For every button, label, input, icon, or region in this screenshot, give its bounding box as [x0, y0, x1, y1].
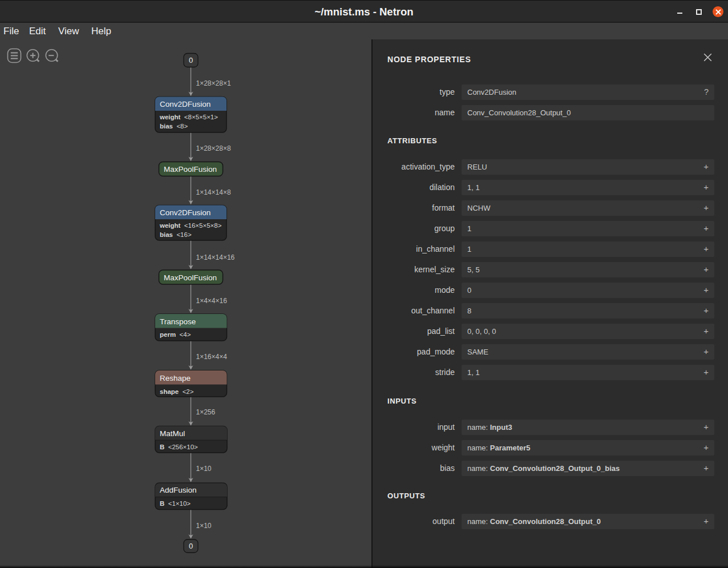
svg-text:MaxPoolFusion: MaxPoolFusion	[164, 273, 217, 282]
svg-text:1×256: 1×256	[196, 408, 216, 416]
svg-text:MatMul: MatMul	[160, 429, 185, 438]
svg-text:Conv2DFusion: Conv2DFusion	[160, 208, 211, 217]
svg-text:1×4×4×16: 1×4×4×16	[196, 297, 228, 305]
svg-text:weight <8×5×5×1>: weight <8×5×5×1>	[159, 114, 218, 120]
svg-text:B <256×10>: B <256×10>	[160, 444, 198, 450]
svg-text:1×16×4×4: 1×16×4×4	[196, 353, 228, 361]
svg-text:AddFusion: AddFusion	[160, 486, 197, 494]
svg-text:Transpose: Transpose	[160, 317, 196, 326]
svg-text:1×10: 1×10	[196, 522, 212, 530]
svg-text:perm <4>: perm <4>	[160, 331, 191, 338]
svg-text:0: 0	[189, 542, 193, 550]
svg-text:0: 0	[189, 56, 193, 65]
svg-text:Reshape: Reshape	[160, 374, 191, 382]
svg-text:B <1×10>: B <1×10>	[160, 500, 191, 507]
svg-text:1×10: 1×10	[196, 465, 212, 473]
svg-text:weight <16×5×5×8>: weight <16×5×5×8>	[159, 222, 222, 229]
svg-text:bias <16>: bias <16>	[160, 231, 192, 238]
svg-text:1×14×14×8: 1×14×14×8	[196, 188, 231, 196]
svg-text:1×28×28×1: 1×28×28×1	[196, 79, 231, 87]
svg-text:1×28×28×8: 1×28×28×8	[196, 144, 231, 152]
svg-text:bias <8>: bias <8>	[160, 123, 188, 130]
svg-text:MaxPoolFusion: MaxPoolFusion	[164, 165, 217, 174]
svg-text:1×14×14×16: 1×14×14×16	[196, 253, 235, 261]
svg-text:Conv2DFusion: Conv2DFusion	[160, 100, 211, 108]
svg-text:shape <2>: shape <2>	[160, 388, 194, 395]
